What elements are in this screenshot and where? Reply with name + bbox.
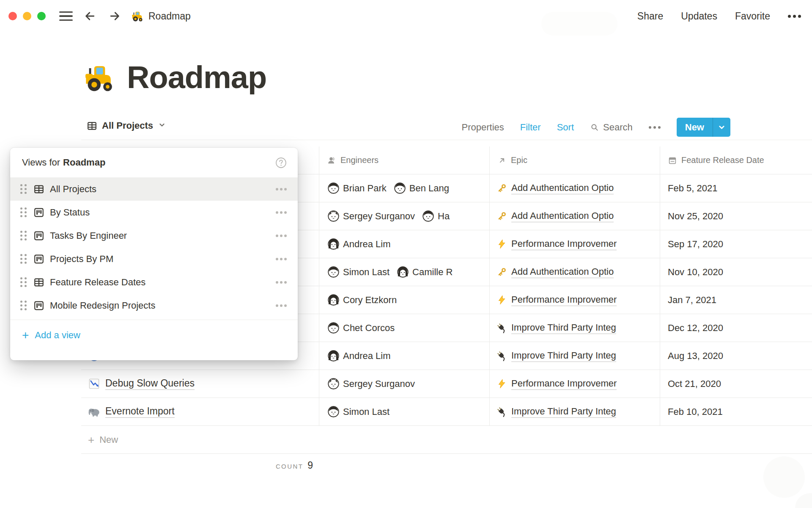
table-count: COUNT9 [81,460,313,471]
sort-button[interactable]: Sort [557,122,574,133]
view-item-more-icon[interactable] [276,211,287,214]
engineers-cell[interactable]: Simon Last [319,398,490,426]
view-item-more-icon[interactable] [276,258,287,260]
drag-handle-icon[interactable] [20,184,27,194]
close-window-button[interactable] [8,12,17,20]
views-popup-title-name: Roadmap [63,157,105,168]
column-label: Engineers [340,155,379,165]
project-cell[interactable]: Evernote Import [81,398,319,426]
tractor-emoji-icon[interactable] [83,61,116,94]
release-date-cell[interactable]: Nov 10, 2020 [660,258,812,286]
minimize-window-button[interactable] [23,12,31,20]
drag-handle-icon[interactable] [20,301,27,311]
favorite-button[interactable]: Favorite [735,11,770,22]
breadcrumb[interactable]: Roadmap [131,10,191,22]
project-link[interactable]: Evernote Import [105,406,175,418]
view-item-mobile-redesign-projects[interactable]: Mobile Redesign Projects [10,294,298,317]
more-options-icon[interactable] [788,15,801,18]
epic-cell[interactable]: Improve Third Party Integ [490,314,660,342]
engineer-chip: Chet Corcos [328,322,395,334]
engineers-cell[interactable]: Simon Last Camille R [319,258,490,286]
search-button[interactable]: Search [590,122,633,133]
toolbar-more-icon[interactable] [649,126,661,129]
epic-link[interactable]: Add Authentication Optio [511,266,614,278]
column-header-epic[interactable]: Epic [490,146,660,174]
question-circle-icon[interactable] [275,157,287,168]
release-date-cell[interactable]: Feb 10, 2021 [660,398,812,426]
project-cell[interactable]: Debug Slow Queries [81,370,319,398]
new-row-button[interactable]: + New [81,426,812,454]
page-title[interactable]: Roadmap [127,59,266,95]
release-date-cell[interactable]: Sep 17, 2020 [660,230,812,258]
epic-cell[interactable]: Add Authentication Optio [490,202,660,230]
epic-cell[interactable]: Add Authentication Optio [490,174,660,202]
key-icon [497,211,507,221]
epic-link[interactable]: Performance Improvemer [511,294,617,306]
filter-button[interactable]: Filter [520,122,541,133]
engineers-cell[interactable]: Sergey Surganov Ha [319,202,490,230]
release-date-cell[interactable]: Oct 21, 2020 [660,370,812,398]
view-item-tasks-by-engineer[interactable]: Tasks By Engineer [10,224,298,247]
epic-cell[interactable]: Add Authentication Optio [490,258,660,286]
engineers-cell[interactable]: Andrea Lim [319,230,490,258]
engineers-cell[interactable]: Chet Corcos [319,314,490,342]
add-view-button[interactable]: + Add a view [22,329,80,341]
board-view-icon [33,254,44,265]
release-date-cell[interactable]: Jan 7, 2021 [660,286,812,314]
avatar [422,210,434,222]
engineers-cell[interactable]: Brian Park Ben Lang [319,174,490,202]
epic-link[interactable]: Add Authentication Optio [511,210,614,222]
view-item-more-icon[interactable] [276,188,287,190]
view-item-projects-by-pm[interactable]: Projects By PM [10,247,298,271]
page-header: Roadmap [83,59,266,95]
view-selector[interactable]: All Projects [87,120,165,131]
epic-link[interactable]: Improve Third Party Integ [511,322,616,334]
new-button-dropdown[interactable] [713,118,730,137]
view-item-more-icon[interactable] [276,304,287,307]
epic-cell[interactable]: Performance Improvemer [490,370,660,398]
view-item-feature-release-dates[interactable]: Feature Release Dates [10,271,298,294]
drag-handle-icon[interactable] [20,231,27,241]
column-header-engineers[interactable]: Engineers [319,146,490,174]
view-item-by-status[interactable]: By Status [10,201,298,224]
engineers-cell[interactable]: Andrea Lim [319,342,490,370]
updates-button[interactable]: Updates [681,11,717,22]
forward-arrow-icon[interactable] [107,9,122,23]
epic-cell[interactable]: Performance Improvemer [490,286,660,314]
avatar [328,350,339,362]
zoom-window-button[interactable] [37,12,46,20]
release-date-cell[interactable]: Feb 5, 2021 [660,174,812,202]
sidebar-menu-icon[interactable] [59,11,73,21]
chevron-down-icon [718,124,725,131]
back-arrow-icon[interactable] [83,9,97,23]
view-item-more-icon[interactable] [276,235,287,237]
column-header-release-date[interactable]: Feature Release Date [660,146,812,174]
column-label: Epic [511,155,527,165]
epic-link[interactable]: Improve Third Party Integ [511,406,616,418]
epic-link[interactable]: Add Authentication Optio [511,182,614,194]
release-date-cell[interactable]: Nov 25, 2020 [660,202,812,230]
engineers-cell[interactable]: Cory Etzkorn [319,286,490,314]
epic-cell[interactable]: Performance Improvemer [490,230,660,258]
drag-handle-icon[interactable] [20,277,27,287]
epic-link[interactable]: Improve Third Party Integ [511,350,616,362]
epic-link[interactable]: Performance Improvemer [511,238,617,250]
engineer-chip: Andrea Lim [328,350,391,362]
epic-link[interactable]: Performance Improvemer [511,378,617,390]
table-row: Debug Slow Queries Sergey Surganov Perfo… [81,370,812,398]
breadcrumb-title: Roadmap [148,11,191,22]
view-item-all-projects[interactable]: All Projects [10,177,298,201]
drag-handle-icon[interactable] [20,254,27,264]
properties-button[interactable]: Properties [462,122,504,133]
view-item-more-icon[interactable] [276,281,287,284]
project-link[interactable]: Debug Slow Queries [105,378,195,390]
new-button-label[interactable]: New [677,118,713,137]
avatar [328,294,339,306]
release-date-cell[interactable]: Dec 12, 2020 [660,314,812,342]
engineers-cell[interactable]: Sergey Surganov [319,370,490,398]
share-button[interactable]: Share [637,11,663,22]
epic-cell[interactable]: Improve Third Party Integ [490,342,660,370]
drag-handle-icon[interactable] [20,207,27,218]
epic-cell[interactable]: Improve Third Party Integ [490,398,660,426]
release-date-cell[interactable]: Aug 13, 2020 [660,342,812,370]
